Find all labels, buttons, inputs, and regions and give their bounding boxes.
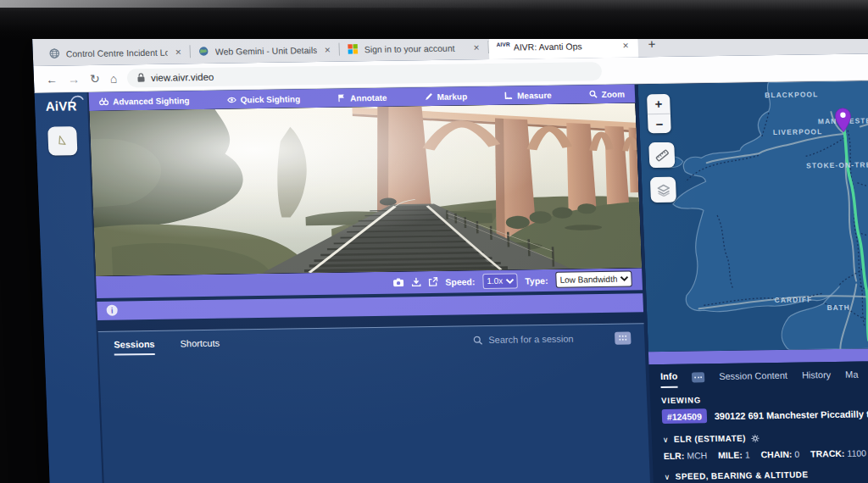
logo-swoosh xyxy=(70,94,83,103)
map-label-cardiff: CARDIFF xyxy=(774,295,812,304)
tab-history[interactable]: History xyxy=(802,369,832,385)
microsoft-icon xyxy=(347,43,359,54)
type-select[interactable]: Low Bandwidth xyxy=(555,271,632,288)
aivr-favicon: AIVR xyxy=(496,42,508,53)
gear-icon[interactable] xyxy=(751,434,760,442)
globe-icon xyxy=(198,46,209,57)
cab-view-scene xyxy=(89,103,642,275)
button-label: Zoom xyxy=(601,89,625,98)
flag-icon xyxy=(337,94,346,103)
speed-section-header[interactable]: ∨ SPEED, BEARING & ALTITUDE xyxy=(664,469,868,481)
map-cursor-button[interactable] xyxy=(47,126,77,155)
elr-fields-row: ELR:MCH MILE:1 CHAIN:0 TRACK:1100 xyxy=(664,447,868,461)
button-label: Measure xyxy=(517,90,552,100)
ruler-angle-icon xyxy=(504,92,513,100)
tab-session-content[interactable]: Session Content xyxy=(719,370,787,386)
quick-sighting-button[interactable]: Quick Sighting xyxy=(226,94,300,104)
map-label-blackpool: BLACKPOOL xyxy=(765,90,819,99)
tab-close-icon[interactable]: × xyxy=(471,42,481,53)
session-title: 390122 691 Manchester Piccadilly to Lond… xyxy=(715,408,868,421)
session-id-badge[interactable]: #124509 xyxy=(662,408,708,424)
info-icon[interactable]: i xyxy=(106,305,118,316)
tab-sessions[interactable]: Sessions xyxy=(114,338,155,355)
monitor-edge-highlight xyxy=(0,0,538,8)
home-icon[interactable]: ⌂ xyxy=(109,72,117,84)
tab-close-icon[interactable]: × xyxy=(620,39,631,51)
new-tab-button[interactable]: + xyxy=(648,37,655,50)
video-frame[interactable] xyxy=(89,103,642,275)
share-icon[interactable] xyxy=(428,277,437,286)
zoom-button[interactable]: Zoom xyxy=(589,89,626,99)
viewing-row: #124509 390122 691 Manchester Piccadilly… xyxy=(662,406,868,424)
map-layers-button[interactable] xyxy=(650,177,676,203)
lock-icon xyxy=(137,73,145,82)
video-column: Advanced Sighting Quick Sighting Annotat… xyxy=(89,84,651,483)
map-label-stoke: STOKE-ON-TRENT xyxy=(806,160,868,169)
elr-header-label: ELR (ESTIMATE) xyxy=(674,434,746,444)
aivr-chip-icon[interactable] xyxy=(692,372,704,382)
button-label: Markup xyxy=(437,92,467,102)
tab-title: Control Centre Incident Log xyxy=(66,47,168,58)
session-grid-button[interactable] xyxy=(615,331,632,344)
button-label: Annotate xyxy=(350,92,387,103)
tab-close-icon[interactable]: × xyxy=(322,43,332,55)
map-zoom-out-button[interactable]: − xyxy=(648,114,671,133)
photographed-monitor: Control Centre Incident Log × Web Gemini… xyxy=(0,0,868,483)
panel-tabs: Info Session Content History Ma xyxy=(660,365,868,388)
cursor-triangle-icon xyxy=(56,134,70,147)
type-label: Type: xyxy=(525,275,548,286)
eye-icon xyxy=(226,96,236,103)
back-icon[interactable]: ← xyxy=(46,73,58,85)
tab-title: Web Gemini - Unit Details xyxy=(215,45,317,57)
binoculars-icon xyxy=(99,97,108,106)
reload-icon[interactable]: ↻ xyxy=(90,72,100,84)
route-map[interactable]: BLACKPOOL LIVERPOOL MANCHESTER STOKE-ON-… xyxy=(638,80,868,352)
viewing-label: VIEWING xyxy=(661,392,868,405)
sessions-panel: Sessions Shortcuts xyxy=(98,323,651,483)
download-icon[interactable] xyxy=(411,277,420,286)
ruler-icon xyxy=(654,147,670,162)
map-zoom-control: + − xyxy=(647,94,671,133)
map-label-bath: BATH xyxy=(826,303,850,312)
chevron-down-icon: ∨ xyxy=(663,435,669,443)
search-icon xyxy=(473,336,482,345)
speed-header-label: SPEED, BEARING & ALTITUDE xyxy=(675,469,808,480)
tab-shortcuts[interactable]: Shortcuts xyxy=(180,337,220,353)
tab-title: AIVR: Avanti Ops xyxy=(513,40,615,52)
magnifier-icon xyxy=(589,90,598,98)
info-strip: i xyxy=(97,293,643,320)
map-label-liverpool: LIVERPOOL xyxy=(773,127,823,136)
aivr-app: AiVR Advanced Sighting Quick Sighting xyxy=(35,80,868,483)
track-field: TRACK:1100 xyxy=(810,447,866,458)
session-search xyxy=(473,331,632,347)
chevron-down-icon: ∨ xyxy=(665,472,670,480)
snapshot-camera-icon[interactable] xyxy=(392,278,403,287)
chain-field: CHAIN:0 xyxy=(760,449,799,460)
markup-button[interactable]: Markup xyxy=(424,92,467,102)
right-column: BLACKPOOL LIVERPOOL MANCHESTER STOKE-ON-… xyxy=(638,80,868,483)
tab-map-truncated[interactable]: Ma xyxy=(845,369,859,385)
url-text: view.aivr.video xyxy=(151,71,214,82)
map-zoom-in-button[interactable]: + xyxy=(647,94,670,114)
speed-label: Speed: xyxy=(445,276,475,287)
annotate-button[interactable]: Annotate xyxy=(337,92,387,103)
url-field[interactable]: view.aivr.video xyxy=(127,62,603,87)
forward-icon[interactable]: → xyxy=(68,73,81,85)
mile-field: MILE:1 xyxy=(718,449,750,460)
measure-button[interactable]: Measure xyxy=(504,90,552,100)
tab-incident-log[interactable]: Control Centre Incident Log × xyxy=(41,39,191,66)
speed-select[interactable]: 1.0x xyxy=(482,273,518,289)
elr-field: ELR:MCH xyxy=(664,450,708,461)
tab-web-gemini[interactable]: Web Gemini - Unit Details × xyxy=(190,37,340,64)
layers-icon xyxy=(656,183,671,196)
tab-title: Sign in to your account xyxy=(364,42,465,54)
advanced-sighting-button[interactable]: Advanced Sighting xyxy=(99,96,190,107)
map-measure-button[interactable] xyxy=(648,142,675,168)
tab-info[interactable]: Info xyxy=(660,371,678,388)
map-controls: + − xyxy=(647,94,676,203)
elr-section-header[interactable]: ∨ ELR (ESTIMATE) xyxy=(663,431,868,444)
search-input[interactable] xyxy=(488,333,597,345)
button-label: Quick Sighting xyxy=(240,94,300,104)
browser-window: Control Centre Incident Log × Web Gemini… xyxy=(32,25,868,483)
tab-close-icon[interactable]: × xyxy=(173,46,183,58)
